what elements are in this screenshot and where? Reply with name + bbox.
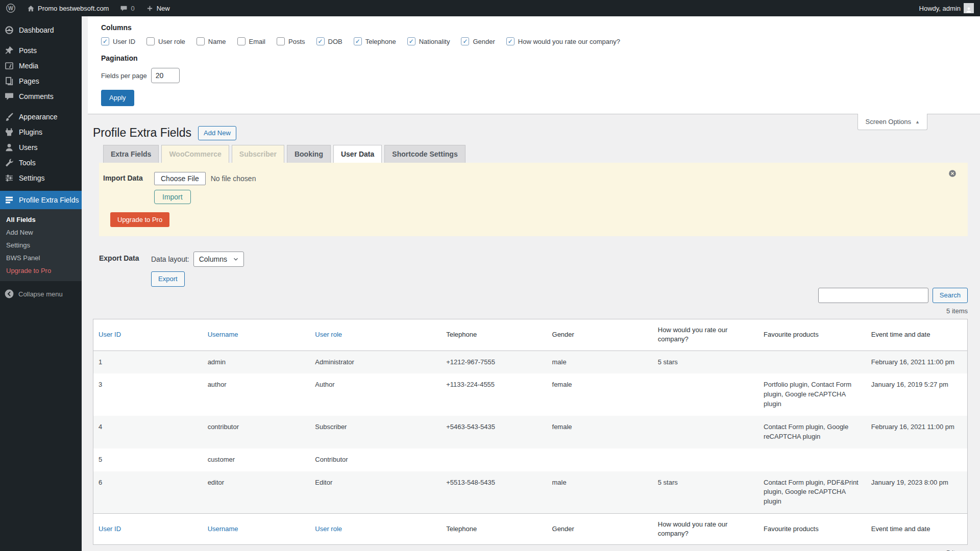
sidebar-item-appearance[interactable]: Appearance	[0, 109, 82, 124]
screen-options-toggle[interactable]: Screen Options ▲	[857, 114, 927, 130]
cell-favourite-products	[758, 350, 866, 373]
cell-username: customer	[203, 448, 310, 471]
cell-gender: male	[547, 471, 653, 514]
tab-extra-fields[interactable]: Extra Fields	[103, 145, 159, 163]
sidebar-item-media[interactable]: Media	[0, 58, 82, 73]
export-button[interactable]: Export	[151, 271, 185, 287]
cell-favourite-products: Contact Form plugin, PDF&Print plugin, G…	[758, 471, 866, 514]
column-checkbox-user-id[interactable]: ✓User ID	[101, 37, 135, 45]
sort-link-user-id[interactable]: User ID	[99, 525, 121, 533]
column-checkbox-gender[interactable]: ✓Gender	[461, 37, 495, 45]
sidebar-item-comments[interactable]: Comments	[0, 89, 82, 104]
sidebar-item-users[interactable]: Users	[0, 140, 82, 155]
site-name-link[interactable]: Promo bestwebsoft.com	[21, 0, 114, 16]
checkbox-label: DOB	[328, 38, 342, 45]
choose-file-button[interactable]: Choose File	[154, 172, 206, 185]
cell-telephone	[441, 448, 547, 471]
pin-icon	[4, 45, 14, 56]
column-checkbox-user-role[interactable]: User role	[146, 37, 185, 45]
tab-booking[interactable]: Booking	[287, 145, 331, 163]
cell-user-id: 3	[93, 373, 203, 416]
data-layout-select[interactable]: Columns	[193, 252, 244, 267]
sidebar-item-profile-extra-fields[interactable]: Profile Extra Fields	[0, 191, 82, 209]
search-input[interactable]	[818, 288, 928, 303]
comments-shortcut[interactable]: 0	[114, 0, 140, 16]
checkbox-icon	[146, 37, 155, 45]
sort-link-username[interactable]: Username	[208, 525, 238, 533]
column-checkbox-email[interactable]: Email	[237, 37, 266, 45]
sidebar-item-tools[interactable]: Tools	[0, 155, 82, 170]
tab-subscriber[interactable]: Subscriber	[232, 145, 284, 163]
columns-checkbox-row: ✓User IDUser roleNameEmailPosts✓DOB✓Tele…	[101, 37, 970, 45]
column-checkbox-name[interactable]: Name	[197, 37, 226, 45]
sort-link-username[interactable]: Username	[208, 331, 238, 338]
wordpress-logo-menu[interactable]: W	[0, 0, 21, 16]
column-checkbox-dob[interactable]: ✓DOB	[316, 37, 342, 45]
submenu-item-bws-panel[interactable]: BWS Panel	[0, 252, 82, 264]
cell-username: admin	[203, 350, 310, 373]
collapse-arrow-icon	[4, 289, 14, 299]
items-count-top: 5 items	[93, 307, 968, 315]
cell-user-role: Administrator	[310, 350, 441, 373]
column-checkbox-how-would-you-rate-our-company[interactable]: ✓How would you rate our company?	[506, 37, 620, 45]
column-header-user-id[interactable]: User ID	[93, 319, 203, 350]
submenu-item-settings[interactable]: Settings	[0, 239, 82, 252]
columns-heading: Columns	[101, 23, 970, 32]
user-table-body: 1adminAdministrator+1212-967-7555male5 s…	[93, 350, 968, 513]
checkbox-icon	[277, 37, 285, 45]
column-header-how-would-you-rate-our-company: How would you rate our company?	[653, 319, 758, 350]
column-header-user-id[interactable]: User ID	[93, 514, 203, 545]
column-header-username[interactable]: Username	[203, 514, 310, 545]
new-content-menu[interactable]: New	[140, 0, 176, 16]
column-checkbox-nationality[interactable]: ✓Nationality	[407, 37, 450, 45]
dismiss-icon[interactable]	[948, 169, 957, 178]
upgrade-to-pro-button[interactable]: Upgrade to Pro	[110, 212, 169, 227]
fields-per-page-input[interactable]	[151, 68, 180, 83]
sort-link-user-role[interactable]: User role	[315, 331, 342, 338]
import-button[interactable]: Import	[154, 190, 191, 204]
checkbox-icon: ✓	[316, 37, 325, 45]
cell-favourite-products	[758, 448, 866, 471]
tab-woocommerce[interactable]: WooCommerce	[161, 145, 229, 163]
collapse-menu-button[interactable]: Collapse menu	[0, 284, 82, 304]
admin-bar-left: W Promo bestwebsoft.com 0 New	[0, 0, 176, 16]
plugins-icon	[4, 127, 14, 137]
sidebar-item-plugins[interactable]: Plugins	[0, 124, 82, 140]
column-checkbox-telephone[interactable]: ✓Telephone	[354, 37, 396, 45]
tab-user-data[interactable]: User Data	[333, 145, 382, 163]
cell-username: editor	[203, 471, 310, 514]
column-header-user-role[interactable]: User role	[310, 514, 441, 545]
column-header-username[interactable]: Username	[203, 319, 310, 350]
column-header-event-time-and-date: Event time and date	[866, 514, 968, 545]
search-button[interactable]: Search	[933, 288, 968, 303]
my-account-menu[interactable]: Howdy, admin	[919, 3, 974, 13]
column-checkbox-posts[interactable]: Posts	[277, 37, 305, 45]
sort-link-user-id[interactable]: User ID	[99, 331, 121, 338]
column-header-telephone: Telephone	[441, 319, 547, 350]
checkbox-label: Telephone	[365, 38, 396, 45]
cell-username: author	[203, 373, 310, 416]
sidebar-item-label: Comments	[19, 92, 54, 101]
column-header-user-role[interactable]: User role	[310, 319, 441, 350]
submenu-item-all-fields[interactable]: All Fields	[0, 213, 82, 226]
add-new-button[interactable]: Add New	[198, 126, 236, 140]
cell-event-time-and-date: January 16, 2019 5:27 pm	[866, 373, 968, 416]
no-file-chosen-text: No file chosen	[211, 174, 256, 183]
sort-link-user-role[interactable]: User role	[315, 525, 342, 533]
sidebar-item-pages[interactable]: Pages	[0, 73, 82, 89]
user-table-head: User IDUsernameUser roleTelephoneGenderH…	[93, 319, 968, 350]
sidebar-item-posts[interactable]: Posts	[0, 43, 82, 58]
tab-shortcode-settings[interactable]: Shortcode Settings	[384, 145, 465, 163]
column-header-gender: Gender	[547, 319, 653, 350]
avatar	[964, 3, 974, 13]
svg-text:W: W	[8, 5, 13, 11]
sidebar-item-dashboard[interactable]: Dashboard	[0, 22, 82, 38]
plus-icon	[146, 5, 154, 12]
apply-button[interactable]: Apply	[101, 90, 134, 106]
sidebar-item-settings[interactable]: Settings	[0, 170, 82, 186]
submenu-item-upgrade-to-pro[interactable]: Upgrade to Pro	[0, 264, 82, 277]
search-row: Search	[93, 288, 968, 303]
column-header-event-time-and-date: Event time and date	[866, 319, 968, 350]
submenu-item-add-new[interactable]: Add New	[0, 226, 82, 239]
user-data-table: User IDUsernameUser roleTelephoneGenderH…	[93, 319, 968, 545]
